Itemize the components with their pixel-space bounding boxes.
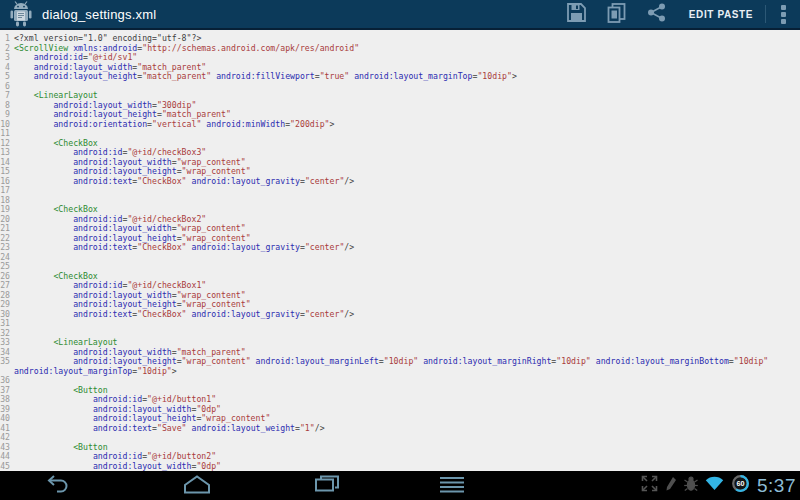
code-line[interactable]: 35 android:layout_height="wrap_content" …: [0, 357, 800, 376]
menu-icon: [439, 475, 465, 496]
home-button[interactable]: [175, 471, 219, 500]
system-nav-bar: 60 5:37: [0, 471, 800, 500]
code-line[interactable]: 25: [0, 262, 800, 272]
battery-circle-widget: 60: [731, 474, 750, 497]
status-tray[interactable]: 60 5:37: [641, 471, 796, 500]
home-icon: [183, 475, 211, 497]
bug-icon: [684, 476, 698, 496]
share-icon: [647, 3, 666, 25]
wifi-icon: [705, 476, 724, 495]
save-icon: [567, 3, 586, 25]
code-line[interactable]: 36: [0, 376, 800, 386]
save-button[interactable]: [557, 0, 597, 29]
code-line[interactable]: 17: [0, 186, 800, 196]
code-line[interactable]: 10 android:orientation="vertical" androi…: [0, 120, 800, 130]
line-number: 45: [0, 462, 14, 472]
code-line[interactable]: 23 android:text="CheckBox" android:layou…: [0, 243, 800, 253]
code-line[interactable]: 41 android:text="Save" android:layout_we…: [0, 424, 800, 434]
code-line[interactable]: 16 android:text="CheckBox" android:layou…: [0, 177, 800, 187]
back-icon: [45, 474, 71, 497]
app-android-icon[interactable]: [9, 1, 33, 27]
action-bar: dialog_settings.xml: [0, 0, 800, 30]
recent-apps-button[interactable]: [305, 471, 349, 500]
edit-paste-button[interactable]: EDIT PASTE: [677, 0, 765, 29]
share-button[interactable]: [637, 0, 677, 29]
back-button[interactable]: [36, 471, 80, 500]
code-line[interactable]: 6: [0, 82, 800, 92]
battery-percent-label: 60: [737, 479, 745, 488]
line-number: 35: [0, 357, 14, 367]
code-line[interactable]: 32: [0, 329, 800, 339]
fullscreen-icon: [641, 475, 658, 496]
code-line[interactable]: 31: [0, 319, 800, 329]
pencil-icon: [665, 476, 677, 496]
copy-paste-button[interactable]: [597, 0, 637, 29]
clock: 5:37: [757, 471, 796, 500]
recent-apps-icon: [314, 474, 340, 497]
code-editor[interactable]: 1<?xml version="1.0" encoding="utf-8"?>2…: [0, 32, 800, 471]
code-line[interactable]: 24: [0, 253, 800, 263]
code-line[interactable]: 45 android:layout_width="0dp": [0, 462, 800, 472]
overflow-menu-icon: [781, 5, 786, 10]
overflow-menu-button[interactable]: [766, 0, 800, 29]
code-line[interactable]: 11: [0, 129, 800, 139]
code-line[interactable]: 30 android:text="CheckBox" android:layou…: [0, 310, 800, 320]
code-lines: 1<?xml version="1.0" encoding="utf-8"?>2…: [0, 34, 800, 471]
copy-icon: [607, 3, 626, 26]
code-line[interactable]: 18: [0, 196, 800, 206]
page-title: dialog_settings.xml: [42, 7, 156, 22]
menu-button[interactable]: [430, 471, 474, 500]
code-line[interactable]: 5 android:layout_height="match_parent" a…: [0, 72, 800, 82]
code-line[interactable]: 42: [0, 433, 800, 443]
